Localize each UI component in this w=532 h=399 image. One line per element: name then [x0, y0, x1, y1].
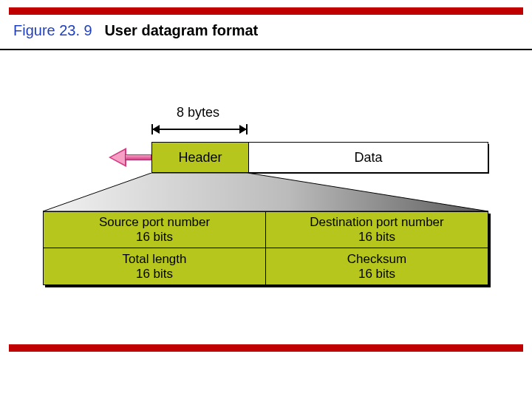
- field-bits: 16 bits: [136, 230, 173, 245]
- table-shadow-right: [488, 214, 491, 287]
- arrow-left-icon: [152, 125, 160, 134]
- field-name: Source port number: [99, 215, 210, 230]
- bytes-bracket: [151, 124, 248, 139]
- arrow-right-icon: [239, 125, 247, 134]
- table-shadow-bottom: [45, 285, 491, 287]
- field-name: Total length: [123, 252, 187, 267]
- field-total-length: Total length 16 bits: [43, 248, 266, 285]
- bracket-line: [151, 129, 248, 130]
- bottom-red-bar: [9, 344, 523, 352]
- field-name: Destination port number: [310, 215, 443, 230]
- svg-marker-0: [43, 173, 488, 211]
- bytes-label: 8 bytes: [177, 105, 219, 120]
- title-underline: [0, 49, 532, 50]
- header-box-label: Header: [178, 150, 222, 166]
- header-fields-table: Source port number 16 bits Destination p…: [43, 211, 488, 285]
- field-checksum: Checksum 16 bits: [266, 248, 488, 285]
- header-box: Header: [152, 143, 249, 172]
- datagram-row: Header Data: [151, 142, 488, 173]
- field-source-port: Source port number 16 bits: [43, 211, 266, 248]
- field-dest-port: Destination port number 16 bits: [266, 211, 488, 248]
- figure-title: Figure 23. 9 User datagram format: [13, 22, 258, 39]
- slide: Figure 23. 9 User datagram format 8 byte…: [0, 0, 532, 399]
- field-name: Checksum: [347, 252, 406, 267]
- pink-left-arrow-icon: [109, 148, 151, 167]
- figure-caption: User datagram format: [104, 22, 258, 38]
- field-bits: 16 bits: [136, 267, 173, 282]
- header-expansion: [43, 173, 488, 211]
- data-box-label: Data: [354, 150, 382, 166]
- field-bits: 16 bits: [358, 230, 395, 245]
- top-red-bar: [9, 7, 523, 15]
- row-shadow-right: [488, 144, 489, 174]
- figure-number: Figure 23. 9: [13, 22, 92, 38]
- field-bits: 16 bits: [358, 267, 395, 282]
- data-box: Data: [249, 143, 488, 172]
